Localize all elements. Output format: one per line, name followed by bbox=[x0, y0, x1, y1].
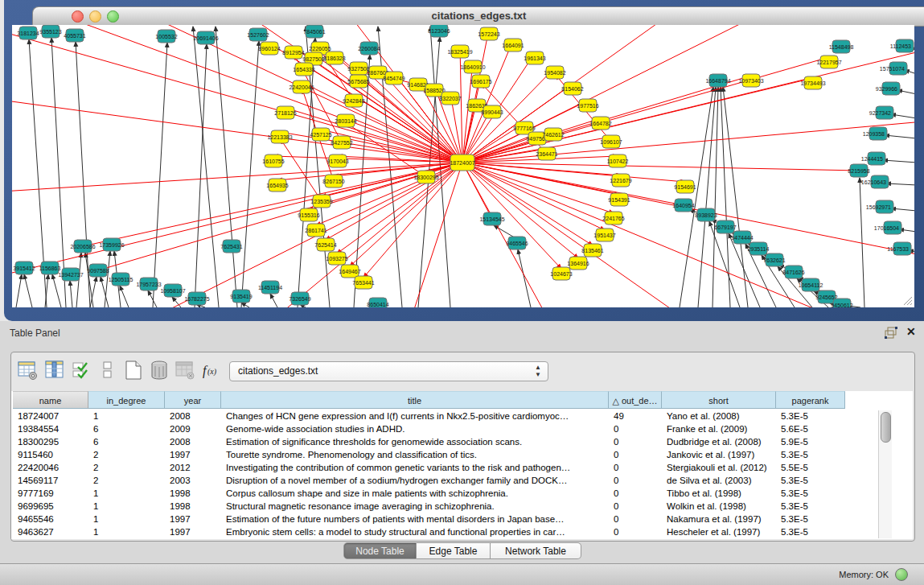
column-header-short[interactable]: short bbox=[662, 391, 776, 409]
table-cell: 2012 bbox=[165, 461, 221, 474]
tab-network-table[interactable]: Network Table bbox=[491, 542, 581, 559]
table-row[interactable]: 977716911998Corpus callosum shape and si… bbox=[13, 487, 881, 500]
table-cell: Tourette syndrome. Phenomenology and cla… bbox=[221, 448, 609, 461]
table-row[interactable]: 946362711997Embryonic stem cells: a mode… bbox=[13, 525, 881, 538]
select-rows-check-icon[interactable] bbox=[71, 359, 93, 381]
table-cell: 6 bbox=[88, 422, 165, 435]
table-row[interactable]: 969969511998Structural magnetic resonanc… bbox=[13, 500, 881, 513]
network-edge-directed[interactable] bbox=[518, 249, 531, 307]
table-row[interactable]: 1872400712008Changes of HCN gene express… bbox=[13, 410, 881, 422]
network-node-label: 16782275 bbox=[184, 296, 209, 302]
network-edge-directed[interactable] bbox=[70, 281, 72, 307]
network-edge-directed[interactable] bbox=[885, 135, 914, 138]
network-edge-citation[interactable] bbox=[281, 139, 322, 201]
network-canvas[interactable]: 3181234935512340557311005532206914061527… bbox=[12, 25, 914, 307]
table-cell: 9115460 bbox=[13, 448, 88, 461]
network-node-label: 9154391 bbox=[608, 197, 630, 203]
network-edge-citation[interactable] bbox=[83, 163, 462, 246]
table-source-dropdown[interactable]: citations_edges.txt ▲▼ bbox=[229, 361, 548, 381]
network-edge-directed[interactable] bbox=[195, 44, 207, 307]
network-edge-directed[interactable] bbox=[721, 87, 730, 307]
table-row[interactable]: 1830029562008Estimation of significance … bbox=[13, 435, 881, 448]
network-edge-citation[interactable] bbox=[462, 57, 829, 163]
table-row[interactable]: 2242004622012Investigating the contribut… bbox=[13, 461, 881, 474]
network-edge-directed[interactable] bbox=[883, 160, 914, 163]
column-header-year[interactable]: year bbox=[165, 391, 221, 409]
network-edge-citation[interactable] bbox=[462, 48, 914, 163]
network-edge-directed[interactable] bbox=[148, 290, 157, 307]
network-edge-directed[interactable] bbox=[120, 286, 129, 307]
table-row[interactable]: 1938455462009Genome-wide association stu… bbox=[13, 422, 881, 435]
network-node-label: 1951437 bbox=[593, 233, 615, 238]
network-node-label: 2364471 bbox=[536, 151, 557, 157]
table-cell: 0 bbox=[609, 422, 662, 435]
network-node-label: 2241765 bbox=[602, 216, 624, 221]
table-scrollbar[interactable] bbox=[878, 410, 892, 538]
table-cell: Yano et al. (2008) bbox=[662, 410, 776, 422]
delete-table-icon[interactable] bbox=[148, 359, 170, 381]
network-edge-directed[interactable] bbox=[241, 303, 249, 307]
network-node-label: 13942737 bbox=[58, 272, 83, 278]
table-cell: 2008 bbox=[165, 435, 221, 448]
network-edge-directed[interactable] bbox=[216, 27, 237, 307]
table-cell: de Silva et al. (2003) bbox=[662, 474, 776, 487]
network-edge-directed[interactable] bbox=[270, 294, 277, 307]
tab-node-table[interactable]: Node Table bbox=[343, 542, 417, 559]
canvas-resize-grip-icon[interactable] bbox=[901, 295, 913, 306]
network-edge-citation[interactable] bbox=[462, 163, 859, 171]
close-panel-icon[interactable]: ✕ bbox=[906, 325, 916, 338]
network-node-label: 12217957 bbox=[816, 60, 841, 65]
network-edge-directed[interactable] bbox=[886, 183, 914, 185]
network-node-label: 1654338 bbox=[293, 67, 314, 72]
network-edge-directed[interactable] bbox=[52, 274, 61, 307]
attribute-table[interactable]: namein_degreeyeartitle△ out_de…shortpage… bbox=[11, 391, 913, 539]
column-header-name[interactable]: name bbox=[13, 391, 88, 409]
column-edit-icon[interactable] bbox=[43, 359, 66, 381]
column-header-title[interactable]: title bbox=[221, 391, 609, 409]
table-cell: 1997 bbox=[165, 525, 221, 538]
table-row[interactable]: 946554611997Estimation of the future num… bbox=[13, 513, 881, 525]
network-edge-directed[interactable] bbox=[16, 274, 22, 307]
import-table-icon[interactable] bbox=[174, 359, 196, 381]
network-edge-directed[interactable] bbox=[891, 208, 914, 211]
column-header-pagerank[interactable]: pagerank bbox=[776, 391, 845, 409]
network-edge-citation[interactable] bbox=[462, 163, 685, 182]
network-edge-directed[interactable] bbox=[680, 87, 713, 307]
network-edge-citation[interactable] bbox=[326, 163, 462, 240]
citation-network-graph[interactable]: 3181234935512340557311005532206914061527… bbox=[12, 25, 914, 307]
network-edge-citation[interactable] bbox=[354, 96, 462, 163]
table-row[interactable]: 1456911722003Disruption of a novel membe… bbox=[13, 474, 881, 487]
network-edge-directed[interactable] bbox=[241, 41, 259, 307]
table-cell: Changes of HCN gene expression and I(f) … bbox=[221, 410, 609, 422]
network-node-label: 9097588 bbox=[87, 268, 109, 274]
network-edge-citation[interactable] bbox=[462, 163, 563, 307]
network-edge-directed[interactable] bbox=[24, 274, 32, 307]
rows-icon[interactable] bbox=[97, 359, 119, 381]
table-cell: 2003 bbox=[165, 474, 221, 487]
table-cell: 5.3E-5 bbox=[776, 448, 845, 461]
function-builder-icon[interactable]: f (x) bbox=[200, 359, 223, 381]
network-node-label: 1107422 bbox=[607, 159, 629, 164]
table-cell: 14569117 bbox=[13, 474, 88, 487]
network-edge-directed[interactable] bbox=[723, 87, 748, 307]
network-node-label: 12213383 bbox=[267, 134, 292, 140]
table-cell: 0 bbox=[609, 500, 662, 513]
tab-edge-table[interactable]: Edge Table bbox=[417, 542, 491, 559]
network-edge-directed[interactable] bbox=[153, 43, 167, 307]
table-source-value: citations_edges.txt bbox=[238, 365, 318, 377]
new-table-icon[interactable] bbox=[122, 359, 145, 381]
column-header-out_de[interactable]: △ out_de… bbox=[609, 391, 662, 409]
table-cell: Dudbridge et al. (2008) bbox=[662, 435, 776, 448]
column-header-in_degree[interactable]: in_degree bbox=[88, 391, 165, 409]
table-cell: 5.3E-5 bbox=[776, 474, 845, 487]
network-node-label: 8135461 bbox=[581, 248, 603, 253]
table-settings-icon[interactable] bbox=[16, 359, 39, 381]
network-node-label: 1112453 bbox=[890, 43, 911, 49]
network-node-label: 22420046 bbox=[289, 84, 314, 90]
float-window-icon[interactable] bbox=[885, 327, 898, 339]
network-edge-directed[interactable] bbox=[891, 114, 914, 118]
table-scrollbar-thumb[interactable] bbox=[881, 412, 891, 443]
table-cell: 0 bbox=[609, 474, 662, 487]
network-window-titlebar[interactable]: citations_edges.txt bbox=[32, 6, 924, 27]
table-row[interactable]: 911546021997Tourette syndrome. Phenomeno… bbox=[13, 448, 881, 461]
